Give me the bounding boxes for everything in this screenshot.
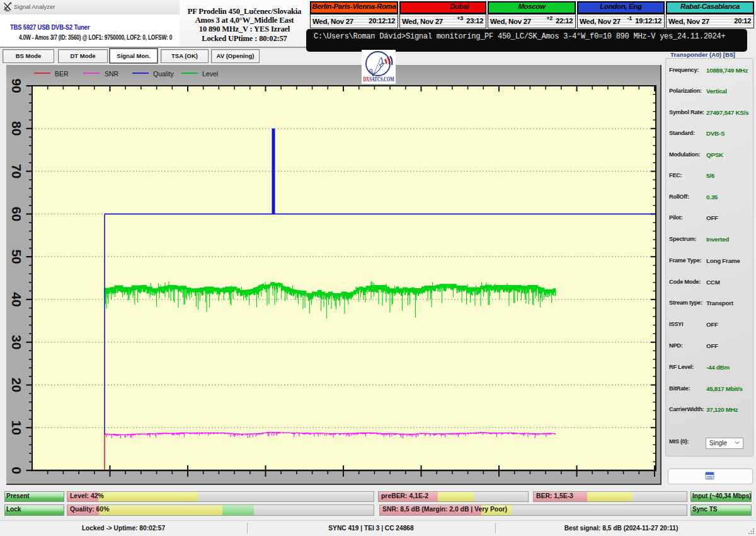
svg-text:DXSATCS.COM: DXSATCS.COM xyxy=(364,76,394,83)
